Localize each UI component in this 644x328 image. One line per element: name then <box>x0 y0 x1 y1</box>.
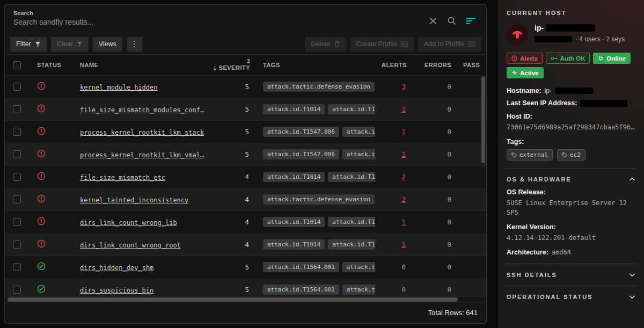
table-row[interactable]: process_kernel_rootkit_lkm_vmal… 5 attac… <box>5 143 486 166</box>
row-checkbox[interactable] <box>13 195 21 203</box>
column-header-severity[interactable]: 3 SEVERITY <box>206 59 251 71</box>
row-checkbox[interactable] <box>13 286 21 294</box>
sandfly-name-link[interactable]: process_kernel_rootkit_lkm_vmal… <box>80 151 204 159</box>
table-row[interactable]: file_size_mismatch_etc 4 attack.id.T1014… <box>5 166 486 188</box>
os-release-label: OS Release: <box>507 188 546 196</box>
alert-status-icon <box>37 172 46 180</box>
row-checkbox[interactable] <box>13 218 21 226</box>
tag-icon <box>511 152 517 158</box>
key-icon <box>551 56 558 61</box>
row-checkbox[interactable] <box>13 150 21 158</box>
online-badge[interactable]: Online <box>593 53 631 64</box>
table-row[interactable]: dirs_hidden_dev_shm 5 attack.id.T1564.00… <box>5 256 486 279</box>
views-button[interactable]: Views <box>93 37 122 52</box>
alerts-count-link[interactable]: 2 <box>401 195 406 203</box>
online-badge-label: Online <box>606 55 626 62</box>
hostname-field: Hostname: ip- <box>507 87 635 94</box>
operational-status-section-header[interactable]: OPERATIONAL STATUS <box>507 294 635 300</box>
toolbar: Filter Clear Views ⋮ Delete Create Profi… <box>5 34 486 54</box>
column-header-pass[interactable]: PASS <box>456 62 487 68</box>
sandfly-name-link[interactable]: dirs_link_count_wrong_lib <box>80 219 177 227</box>
row-checkbox[interactable] <box>13 83 21 91</box>
table-header: STATUS NAME 3 SEVERITY TAGS ALERTS ERROR… <box>5 54 486 76</box>
redacted-host-detail <box>535 36 572 42</box>
sandfly-name-link[interactable]: process_kernel_rootkit_lkm_stack <box>80 129 204 136</box>
alerts-count: 0 <box>401 263 406 271</box>
create-profile-button[interactable]: Create Profile <box>350 37 414 52</box>
table-body: kernel_module_hidden 5 attack.tactic.def… <box>5 76 486 296</box>
row-checkbox[interactable] <box>13 240 21 249</box>
filter-list-icon[interactable] <box>466 17 475 25</box>
vertical-scrollbar[interactable] <box>481 76 485 296</box>
row-checkbox[interactable] <box>13 128 21 136</box>
table-row[interactable]: kernel_tainted_inconsistency 4 attack.ta… <box>5 188 486 211</box>
errors-count: 0 <box>410 150 456 158</box>
ssh-details-section-header[interactable]: SSH DETAILS <box>507 272 635 278</box>
sandfly-name-link[interactable]: dirs_suspicious_bin <box>80 287 153 294</box>
host-tag-label: ec2 <box>570 151 581 158</box>
severity-value: 5 <box>206 128 251 136</box>
clear-filter-button[interactable]: Clear <box>51 37 89 52</box>
row-checkbox[interactable] <box>13 263 21 271</box>
sandfly-name-link[interactable]: kernel_tainted_inconsistency <box>80 196 188 204</box>
os-hardware-section-header[interactable]: OS & HARDWARE <box>507 176 635 183</box>
row-checkbox[interactable] <box>13 105 21 113</box>
alerts-badge[interactable]: Alerts <box>507 53 543 64</box>
auth-ok-badge[interactable]: Auth OK <box>546 53 590 64</box>
profile-card-icon <box>468 41 475 47</box>
clear-search-icon[interactable] <box>429 17 437 25</box>
row-checkbox[interactable] <box>13 173 21 181</box>
errors-count: 0 <box>410 240 456 249</box>
add-to-profile-button[interactable]: Add to Profile <box>418 37 481 52</box>
tag-chip: attack.id.T1547. <box>328 217 375 227</box>
alerts-count-link[interactable]: 1 <box>401 128 406 136</box>
vertical-scrollbar-thumb[interactable] <box>481 76 485 163</box>
search-input[interactable] <box>13 18 429 26</box>
sandfly-name-link[interactable]: kernel_module_hidden <box>80 84 158 91</box>
table-row[interactable]: kernel_module_hidden 5 attack.tactic.def… <box>5 76 486 98</box>
filter-button[interactable]: Filter <box>10 37 47 52</box>
column-header-status[interactable]: STATUS <box>28 62 71 68</box>
table-row[interactable]: process_kernel_rootkit_lkm_stack 5 attac… <box>5 121 486 143</box>
column-header-alerts[interactable]: ALERTS <box>375 62 410 68</box>
host-status-badges: Alerts Auth OK Online Active <box>507 53 635 78</box>
tag-chip: attack.id.T1014 <box>263 172 325 182</box>
active-badge[interactable]: Active <box>507 67 544 78</box>
table-row[interactable]: dirs_suspicious_bin 5 attack.id.T1564.00… <box>5 279 486 296</box>
current-host-title: CURRENT HOST <box>507 10 635 16</box>
redacted-ip-address <box>580 100 627 107</box>
column-header-tags[interactable]: TAGS <box>251 62 375 68</box>
search-label: Search <box>13 10 429 16</box>
delete-button[interactable]: Delete <box>305 37 346 52</box>
alerts-count-link[interactable]: 1 <box>401 240 406 249</box>
tag-chip: attack.id.T1547. <box>328 104 375 114</box>
alerts-count-link[interactable]: 1 <box>401 218 406 226</box>
column-header-name[interactable]: NAME <box>71 62 206 68</box>
architecture-field: Architecture: amd64 <box>507 249 635 256</box>
table-row[interactable]: file_size_mismatch_modules_conf… 5 attac… <box>5 98 486 121</box>
pulse-icon <box>511 70 517 76</box>
sandfly-name-link[interactable]: dirs_link_count_wrong_root <box>80 242 181 249</box>
alerts-count-link[interactable]: 1 <box>401 150 406 158</box>
sandfly-name-link[interactable]: file_size_mismatch_etc <box>80 174 165 181</box>
host-tag-chip[interactable]: ec2 <box>557 149 586 161</box>
sandfly-logo-icon <box>507 24 528 45</box>
sandfly-name-link[interactable]: dirs_hidden_dev_shm <box>80 264 153 272</box>
alerts-count-link[interactable]: 2 <box>401 173 406 181</box>
horizontal-scrollbar[interactable] <box>5 296 486 302</box>
architecture-value: amd64 <box>552 249 571 256</box>
table-row[interactable]: dirs_link_count_wrong_root 4 attack.id.T… <box>5 234 486 256</box>
table-row[interactable]: dirs_link_count_wrong_lib 4 attack.id.T1… <box>5 211 486 234</box>
host-tag-chip[interactable]: external <box>507 149 553 161</box>
search-icon[interactable] <box>447 16 456 25</box>
severity-header-label: SEVERITY <box>219 64 250 71</box>
alerts-count-link[interactable]: 3 <box>401 83 406 91</box>
select-all-checkbox[interactable] <box>13 61 21 69</box>
sandfly-name-link[interactable]: file_size_mismatch_modules_conf… <box>80 106 204 114</box>
kernel-version-label: Kernel Version: <box>507 223 556 231</box>
horizontal-scrollbar-thumb[interactable] <box>8 297 458 302</box>
more-options-button[interactable]: ⋮ <box>127 37 142 52</box>
column-header-errors[interactable]: ERRORS <box>410 62 456 68</box>
last-seen-ip-label: Last Seen IP Address: <box>507 99 577 107</box>
alerts-count-link[interactable]: 1 <box>401 105 406 113</box>
